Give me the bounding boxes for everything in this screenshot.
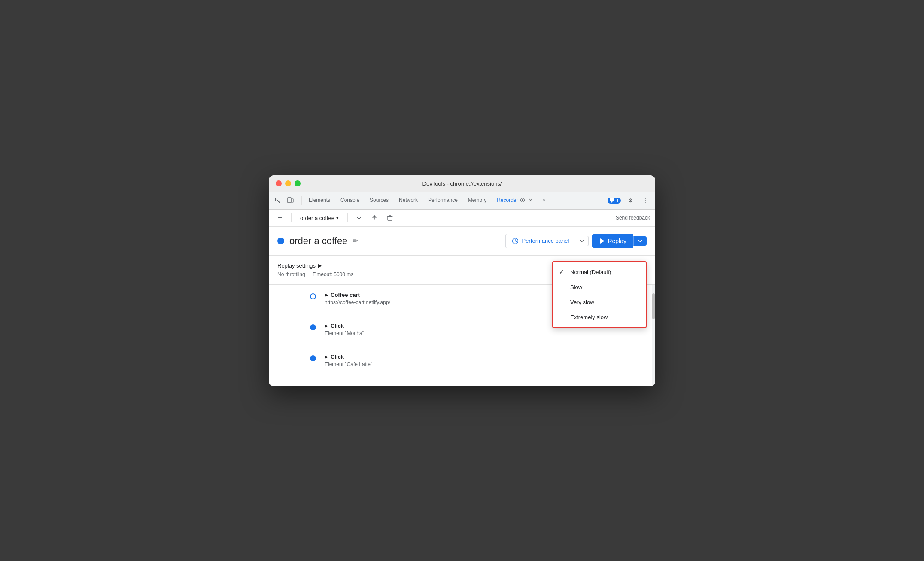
replay-controls: Performance panel Replay — [505, 234, 647, 248]
import-button[interactable] — [368, 212, 380, 224]
tab-performance[interactable]: Performance — [423, 194, 463, 207]
step-dot-open — [310, 293, 316, 299]
delete-button[interactable] — [384, 212, 396, 224]
title-bar: DevTools - chrome://extensions/ — [269, 175, 655, 192]
tab-console[interactable]: Console — [335, 194, 365, 207]
chat-badge[interactable]: 1 — [608, 198, 621, 204]
inspect-icon[interactable] — [272, 195, 284, 207]
expand-arrow-icon: ▶ — [318, 263, 322, 268]
svg-point-2 — [522, 199, 523, 201]
svg-marker-5 — [600, 238, 605, 244]
edit-icon[interactable]: ✏ — [353, 237, 358, 245]
performance-panel-dropdown-button[interactable] — [575, 236, 589, 246]
dropdown-item-slow[interactable]: Slow — [553, 280, 646, 295]
dropdown-chevron-icon: ▾ — [336, 215, 339, 221]
send-feedback-link[interactable]: Send feedback — [616, 215, 650, 221]
minimize-button[interactable] — [285, 180, 291, 186]
devtools-tabs: Elements Console Sources Network Perform… — [269, 192, 655, 210]
secondary-toolbar: + order a coffee ▾ Send feedback — [269, 210, 655, 227]
step-line — [313, 301, 313, 317]
step-content: ▶ Click Element "Cafe Latte" — [325, 354, 635, 367]
step-subtitle: Element "Mocha" — [325, 330, 635, 336]
maximize-button[interactable] — [295, 180, 301, 186]
step-item: ▶ Click Element "Cafe Latte" ⋮ — [269, 347, 655, 378]
add-recording-button[interactable]: + — [274, 212, 286, 224]
recording-header: order a coffee ✏ Performance panel Repla… — [269, 227, 655, 256]
tab-sources[interactable]: Sources — [365, 194, 394, 207]
scrollbar[interactable] — [652, 285, 655, 386]
expand-step-icon[interactable]: ▶ — [325, 354, 328, 359]
svg-rect-3 — [388, 216, 392, 220]
meta-separator — [309, 272, 309, 277]
dropdown-item-normal[interactable]: Normal (Default) — [553, 265, 646, 280]
tab-more[interactable]: » — [538, 194, 551, 207]
replay-dropdown-button[interactable] — [633, 236, 647, 246]
device-icon[interactable] — [284, 195, 296, 207]
expand-step-icon[interactable]: ▶ — [325, 293, 328, 297]
close-button[interactable] — [276, 180, 282, 186]
tab-memory[interactable]: Memory — [463, 194, 492, 207]
tab-actions: 1 ⚙ ⋮ — [608, 195, 652, 207]
window-title: DevTools - chrome://extensions/ — [422, 180, 502, 187]
step-dot-filled — [310, 355, 316, 361]
scrollbar-thumb[interactable] — [652, 293, 655, 319]
step-kebab-menu[interactable]: ⋮ — [635, 354, 647, 365]
svg-rect-0 — [288, 198, 291, 203]
main-content: order a coffee ✏ Performance panel Repla… — [269, 227, 655, 386]
step-subtitle: Element "Cafe Latte" — [325, 361, 635, 367]
export-button[interactable] — [353, 212, 365, 224]
step-title: ▶ Click — [325, 354, 635, 360]
tab-network[interactable]: Network — [394, 194, 423, 207]
dropdown-item-very-slow[interactable]: Very slow — [553, 295, 646, 310]
dropdown-item-extremely-slow[interactable]: Extremely slow — [553, 310, 646, 325]
recording-title: order a coffee — [289, 235, 347, 247]
more-options-icon[interactable]: ⋮ — [640, 195, 652, 207]
tab-elements[interactable]: Elements — [304, 194, 335, 207]
recording-selector[interactable]: order a coffee ▾ — [297, 213, 342, 223]
settings-icon[interactable]: ⚙ — [624, 195, 636, 207]
replay-speed-dropdown: Normal (Default) Slow Very slow Extremel… — [552, 261, 647, 328]
replay-button[interactable]: Replay — [592, 234, 633, 248]
tab-recorder-close[interactable]: ✕ — [529, 198, 532, 203]
traffic-lights — [276, 180, 301, 186]
tab-recorder[interactable]: Recorder ✕ — [492, 194, 537, 207]
recording-status-dot — [277, 238, 284, 244]
expand-step-icon[interactable]: ▶ — [325, 323, 328, 328]
devtools-window: DevTools - chrome://extensions/ Elements… — [269, 175, 655, 386]
svg-rect-1 — [292, 199, 293, 202]
step-dot-filled — [310, 324, 316, 330]
performance-panel-button[interactable]: Performance panel — [505, 234, 576, 248]
